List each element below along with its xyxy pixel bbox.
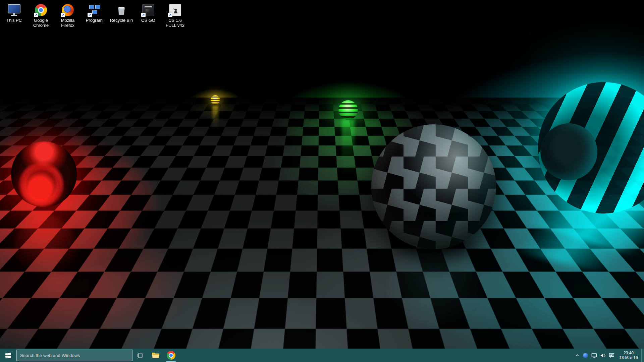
shortcut-arrow-icon: ↗ xyxy=(34,13,38,17)
task-view-icon xyxy=(137,352,144,359)
taskbar: 23:40 13-Mar-16 xyxy=(0,349,644,362)
shortcut-arrow-icon: ↗ xyxy=(168,13,172,17)
this-pc-icon xyxy=(7,3,21,17)
desktop-background[interactable] xyxy=(0,0,644,362)
wallpaper-green-reflection xyxy=(342,119,355,176)
desktop-icon-label: Recycle Bin xyxy=(110,18,133,23)
windows-logo-icon xyxy=(5,353,11,358)
system-tray: 23:40 13-Mar-16 xyxy=(574,349,644,362)
recycle-bin-icon xyxy=(115,3,128,17)
clock-time: 23:40 xyxy=(624,351,634,355)
task-view-button[interactable] xyxy=(132,349,148,362)
file-explorer-icon xyxy=(152,352,160,359)
wallpaper-yellow-sphere xyxy=(211,95,220,105)
csgo-icon: ↗ xyxy=(142,3,155,17)
taskbar-clock[interactable]: 23:40 13-Mar-16 xyxy=(616,349,641,362)
desktop-icon-this-pc[interactable]: This PC xyxy=(1,1,28,29)
desktop-icon-label: CS 1.6 FULL v42 xyxy=(163,18,187,28)
shortcut-arrow-icon: ↗ xyxy=(61,13,65,17)
wallpaper-red-reflection xyxy=(13,215,77,285)
tray-app-icon xyxy=(583,353,588,358)
desktop-icon-label: Mozilla Firefox xyxy=(55,18,80,28)
network-button[interactable] xyxy=(590,349,598,362)
desktop-icon-google-chrome[interactable]: ↗ Google Chrome xyxy=(28,1,54,29)
file-explorer-button[interactable] xyxy=(148,349,163,362)
action-center-icon xyxy=(608,352,615,359)
firefox-icon: ↗ xyxy=(61,3,74,17)
tray-app-button[interactable] xyxy=(581,349,590,362)
chrome-icon: ↗ xyxy=(34,3,48,17)
desktop-icon-recycle-bin[interactable]: Recycle Bin xyxy=(108,1,135,29)
desktop-icon-label: CS GO xyxy=(141,18,155,23)
desktop-icon-label: Google Chrome xyxy=(29,18,53,28)
clock-date: 13-Mar-16 xyxy=(619,355,638,360)
desktop-icon-mozilla-firefox[interactable]: ↗ Mozilla Firefox xyxy=(54,1,81,29)
action-center-button[interactable] xyxy=(607,349,616,362)
wallpaper-red-sphere xyxy=(11,141,77,207)
chevron-up-icon xyxy=(575,353,579,357)
desktop-icon-programi[interactable]: ↗ Programi xyxy=(81,1,108,29)
desktop-icon-label: This PC xyxy=(6,18,22,23)
taskbar-search-input[interactable] xyxy=(16,350,132,361)
volume-button[interactable] xyxy=(598,349,607,362)
wallpaper-chrome-reflection xyxy=(386,248,483,335)
wallpaper-green-sphere xyxy=(338,100,358,120)
desktop-icon-cs-16[interactable]: ↗ CS 1.6 FULL v42 xyxy=(162,1,189,29)
show-desktop-button[interactable] xyxy=(641,349,644,362)
network-icon xyxy=(591,352,597,359)
chrome-icon xyxy=(167,351,175,360)
volume-icon xyxy=(600,352,606,359)
show-hidden-icons-button[interactable] xyxy=(574,349,581,362)
desktop-icon-row: This PC ↗ Google Chrome ↗ Mozilla Firefo… xyxy=(1,1,189,29)
programi-icon: ↗ xyxy=(88,3,101,17)
wallpaper-dark-sphere xyxy=(540,123,597,180)
wallpaper-yellow-reflection xyxy=(212,106,218,129)
desktop-icon-label: Programi xyxy=(86,18,104,23)
desktop-screen: This PC ↗ Google Chrome ↗ Mozilla Firefo… xyxy=(0,0,644,362)
cs16-icon: ↗ xyxy=(168,3,182,17)
chrome-taskbar-button[interactable] xyxy=(163,349,179,362)
desktop-icon-cs-go[interactable]: ↗ CS GO xyxy=(135,1,162,29)
wallpaper-chrome-sphere xyxy=(371,124,496,249)
shortcut-arrow-icon: ↗ xyxy=(141,13,146,17)
start-button[interactable] xyxy=(0,349,16,362)
shortcut-arrow-icon: ↗ xyxy=(88,13,92,17)
